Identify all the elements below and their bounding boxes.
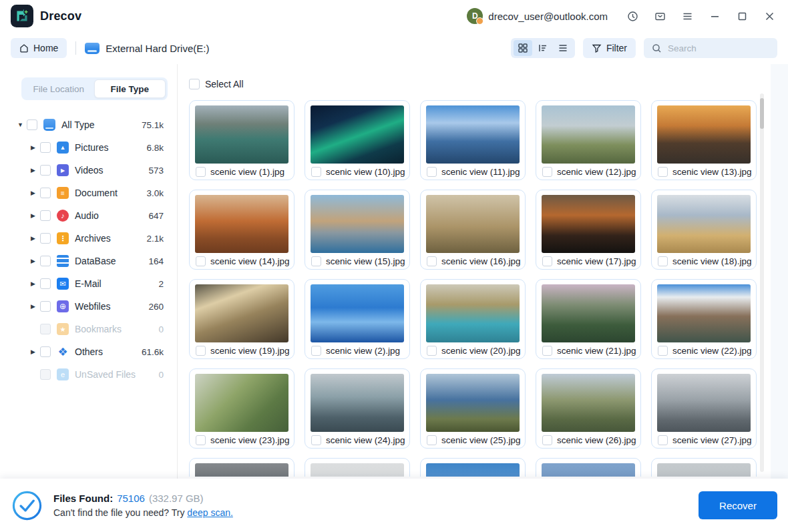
tree-item[interactable]: ▶ ▲ Pictures 6.8k [11, 136, 169, 159]
expand-arrow-icon[interactable]: ▶ [31, 303, 40, 310]
file-checkbox[interactable] [658, 435, 668, 445]
tree-item[interactable]: ▶ ▶ Videos 573 [11, 159, 169, 182]
tree-item-checkbox[interactable] [40, 278, 51, 289]
file-checkbox[interactable] [658, 346, 668, 356]
photo-thumbnail[interactable] [195, 284, 288, 342]
photo-thumbnail[interactable] [426, 374, 520, 432]
tree-item-checkbox[interactable] [40, 233, 51, 244]
file-checkbox[interactable] [542, 256, 552, 266]
file-card[interactable]: scenic view (27).jpg [651, 368, 757, 449]
photo-thumbnail[interactable] [311, 284, 404, 342]
expand-arrow-icon[interactable]: ▶ [31, 280, 40, 287]
file-checkbox[interactable] [196, 167, 206, 177]
file-checkbox[interactable] [196, 435, 206, 445]
tree-item[interactable]: ▶ ✉ E-Mail 2 [11, 272, 169, 295]
photo-thumbnail[interactable] [542, 105, 635, 164]
file-card[interactable]: scenic view (15).jpg [305, 190, 410, 270]
tree-item-checkbox[interactable] [40, 142, 51, 153]
file-checkbox[interactable] [427, 346, 437, 356]
expand-arrow-icon[interactable]: ▶ [31, 144, 40, 151]
file-card[interactable] [189, 458, 294, 477]
expand-arrow-icon[interactable]: ▶ [31, 167, 40, 174]
expand-arrow-icon[interactable]: ▶ [31, 348, 40, 355]
file-checkbox[interactable] [427, 256, 437, 266]
tree-item-checkbox[interactable] [40, 256, 51, 266]
scrollbar-thumb[interactable] [760, 98, 764, 129]
minimize-button[interactable] [708, 9, 721, 23]
tree-item[interactable]: ▼ All Type 75.1k [11, 113, 169, 136]
photo-thumbnail[interactable] [542, 463, 635, 477]
photo-thumbnail[interactable] [195, 463, 288, 477]
file-checkbox[interactable] [542, 167, 552, 177]
expand-arrow-icon[interactable]: ▶ [31, 258, 40, 264]
expand-arrow-icon[interactable]: ▼ [17, 121, 27, 128]
tree-item[interactable]: ▶ DataBase 164 [11, 250, 169, 272]
tree-item-checkbox[interactable] [40, 369, 51, 380]
photo-thumbnail[interactable] [542, 374, 635, 432]
recover-button[interactable]: Recover [699, 491, 777, 519]
file-checkbox[interactable] [196, 256, 206, 266]
photo-thumbnail[interactable] [426, 463, 520, 477]
file-card[interactable]: scenic view (1).jpg [189, 100, 294, 180]
photo-thumbnail[interactable] [311, 105, 404, 164]
file-card[interactable]: scenic view (2).jpg [305, 279, 410, 359]
file-card[interactable]: scenic view (11).jpg [420, 100, 526, 180]
tab-file-location[interactable]: File Location [23, 79, 94, 98]
file-card[interactable]: scenic view (24).jpg [305, 368, 410, 449]
history-icon[interactable] [626, 9, 639, 23]
tree-item-checkbox[interactable] [40, 346, 51, 357]
file-card[interactable]: scenic view (10).jpg [305, 100, 410, 180]
tree-item[interactable]: ▶ ❖ Others 61.6k [11, 340, 169, 363]
file-card[interactable]: scenic view (20).jpg [420, 279, 526, 359]
file-card[interactable]: scenic view (17).jpg [536, 190, 641, 270]
file-checkbox[interactable] [658, 167, 668, 177]
file-card[interactable]: scenic view (13).jpg [651, 100, 757, 180]
file-card[interactable]: scenic view (14).jpg [189, 190, 294, 270]
scrollbar-track[interactable] [760, 93, 764, 472]
photo-thumbnail[interactable] [542, 284, 635, 342]
file-checkbox[interactable] [427, 435, 437, 445]
file-checkbox[interactable] [427, 167, 437, 177]
expand-arrow-icon[interactable]: ▶ [31, 235, 40, 242]
file-checkbox[interactable] [311, 435, 321, 445]
file-card[interactable] [651, 458, 757, 477]
tab-file-type[interactable]: File Type [94, 79, 166, 98]
photo-thumbnail[interactable] [426, 105, 520, 164]
tree-item-checkbox[interactable] [40, 301, 51, 312]
home-button[interactable]: Home [11, 38, 67, 58]
photo-thumbnail[interactable] [426, 195, 520, 253]
file-checkbox[interactable] [542, 346, 552, 356]
photo-thumbnail[interactable] [657, 374, 751, 432]
tree-item[interactable]: ▶ ⋮ Archives 2.1k [11, 227, 169, 250]
grid-view-button[interactable] [514, 40, 532, 56]
feedback-mail-icon[interactable] [653, 9, 666, 23]
photo-thumbnail[interactable] [657, 105, 751, 164]
file-card[interactable]: scenic view (12).jpg [536, 100, 641, 180]
file-card[interactable]: scenic view (18).jpg [651, 190, 757, 270]
expand-arrow-icon[interactable]: ▶ [31, 212, 40, 219]
file-card[interactable]: scenic view (19).jpg [189, 279, 294, 359]
maximize-button[interactable] [735, 9, 749, 23]
file-checkbox[interactable] [196, 346, 206, 356]
tree-item-checkbox[interactable] [40, 210, 51, 221]
photo-thumbnail[interactable] [195, 374, 288, 432]
photo-thumbnail[interactable] [195, 105, 288, 164]
sort-view-button[interactable] [534, 40, 552, 56]
tree-item-checkbox[interactable] [27, 119, 37, 130]
photo-thumbnail[interactable] [195, 195, 288, 253]
file-card[interactable]: scenic view (25).jpg [420, 368, 526, 449]
file-card[interactable]: scenic view (16).jpg [420, 190, 526, 270]
tree-item[interactable]: ▶ ≡ Document 3.0k [11, 182, 169, 204]
file-card[interactable] [536, 458, 641, 477]
list-view-button[interactable] [554, 40, 572, 56]
file-checkbox[interactable] [311, 346, 321, 356]
user-email[interactable]: drecov_user@outlook.com [488, 11, 608, 22]
file-card[interactable]: scenic view (26).jpg [536, 368, 641, 449]
tree-item[interactable]: ★ Bookmarks 0 [11, 318, 169, 340]
search-input[interactable] [668, 43, 769, 53]
photo-thumbnail[interactable] [657, 284, 751, 342]
deep-scan-link[interactable]: deep scan. [187, 507, 233, 518]
file-card[interactable] [420, 458, 526, 477]
file-checkbox[interactable] [658, 256, 668, 266]
photo-thumbnail[interactable] [657, 195, 751, 253]
